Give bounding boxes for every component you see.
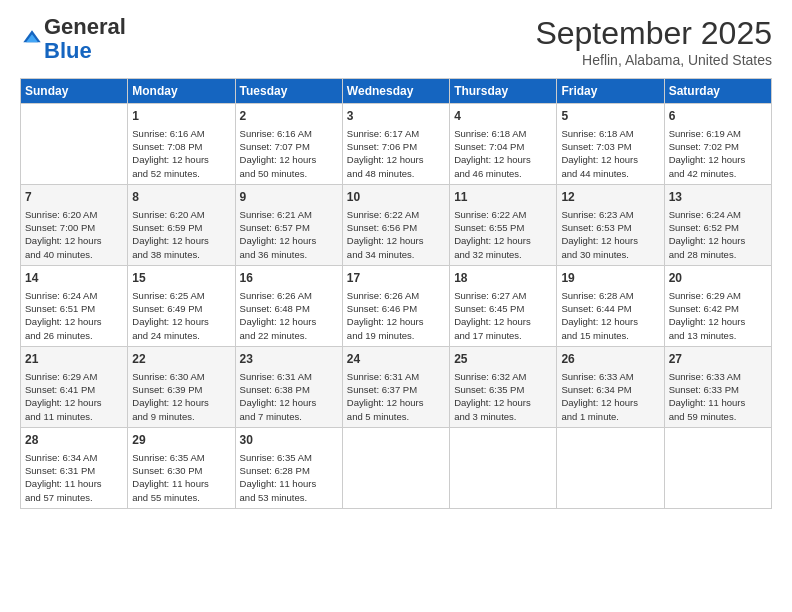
day-info-line: Sunset: 6:37 PM bbox=[347, 383, 445, 396]
calendar-cell: 14Sunrise: 6:24 AMSunset: 6:51 PMDayligh… bbox=[21, 265, 128, 346]
day-info-line: Sunrise: 6:21 AM bbox=[240, 208, 338, 221]
day-info-line: Daylight: 12 hours bbox=[240, 396, 338, 409]
calendar-cell: 17Sunrise: 6:26 AMSunset: 6:46 PMDayligh… bbox=[342, 265, 449, 346]
day-info-line: Sunset: 6:53 PM bbox=[561, 221, 659, 234]
day-info-line: Sunrise: 6:29 AM bbox=[669, 289, 767, 302]
calendar-table: SundayMondayTuesdayWednesdayThursdayFrid… bbox=[20, 78, 772, 509]
calendar-cell: 24Sunrise: 6:31 AMSunset: 6:37 PMDayligh… bbox=[342, 346, 449, 427]
calendar-cell: 30Sunrise: 6:35 AMSunset: 6:28 PMDayligh… bbox=[235, 427, 342, 508]
day-info-line: and 48 minutes. bbox=[347, 167, 445, 180]
calendar-cell: 5Sunrise: 6:18 AMSunset: 7:03 PMDaylight… bbox=[557, 104, 664, 185]
day-info-line: Sunrise: 6:18 AM bbox=[454, 127, 552, 140]
day-info-line: Daylight: 12 hours bbox=[454, 396, 552, 409]
calendar-week-row: 28Sunrise: 6:34 AMSunset: 6:31 PMDayligh… bbox=[21, 427, 772, 508]
day-number: 18 bbox=[454, 270, 552, 287]
day-info-line: Sunset: 6:30 PM bbox=[132, 464, 230, 477]
day-number: 24 bbox=[347, 351, 445, 368]
day-info-line: Daylight: 12 hours bbox=[240, 153, 338, 166]
day-info-line: Sunset: 6:34 PM bbox=[561, 383, 659, 396]
day-number: 29 bbox=[132, 432, 230, 449]
day-number: 5 bbox=[561, 108, 659, 125]
day-number: 6 bbox=[669, 108, 767, 125]
day-info-line: Sunrise: 6:17 AM bbox=[347, 127, 445, 140]
calendar-week-row: 7Sunrise: 6:20 AMSunset: 7:00 PMDaylight… bbox=[21, 184, 772, 265]
day-info-line: and 34 minutes. bbox=[347, 248, 445, 261]
day-info-line: and 46 minutes. bbox=[454, 167, 552, 180]
day-number: 15 bbox=[132, 270, 230, 287]
day-info-line: Daylight: 12 hours bbox=[454, 153, 552, 166]
day-info-line: Sunset: 6:39 PM bbox=[132, 383, 230, 396]
day-info-line: Daylight: 12 hours bbox=[240, 234, 338, 247]
calendar-week-row: 14Sunrise: 6:24 AMSunset: 6:51 PMDayligh… bbox=[21, 265, 772, 346]
day-info-line: Sunset: 6:35 PM bbox=[454, 383, 552, 396]
day-info-line: Daylight: 12 hours bbox=[132, 234, 230, 247]
day-info-line: and 28 minutes. bbox=[669, 248, 767, 261]
day-info-line: Sunset: 6:51 PM bbox=[25, 302, 123, 315]
day-info-line: Sunrise: 6:20 AM bbox=[25, 208, 123, 221]
day-info-line: Daylight: 12 hours bbox=[132, 153, 230, 166]
calendar-cell: 12Sunrise: 6:23 AMSunset: 6:53 PMDayligh… bbox=[557, 184, 664, 265]
logo-general: General bbox=[44, 14, 126, 39]
calendar-week-row: 21Sunrise: 6:29 AMSunset: 6:41 PMDayligh… bbox=[21, 346, 772, 427]
day-info-line: Sunrise: 6:16 AM bbox=[132, 127, 230, 140]
day-info-line: and 32 minutes. bbox=[454, 248, 552, 261]
day-info-line: Daylight: 12 hours bbox=[454, 234, 552, 247]
day-info-line: Daylight: 12 hours bbox=[240, 315, 338, 328]
day-info-line: Sunset: 6:28 PM bbox=[240, 464, 338, 477]
calendar-cell: 3Sunrise: 6:17 AMSunset: 7:06 PMDaylight… bbox=[342, 104, 449, 185]
calendar-cell: 9Sunrise: 6:21 AMSunset: 6:57 PMDaylight… bbox=[235, 184, 342, 265]
day-info-line: Sunset: 7:04 PM bbox=[454, 140, 552, 153]
day-info-line: Sunrise: 6:31 AM bbox=[240, 370, 338, 383]
day-info-line: Sunrise: 6:30 AM bbox=[132, 370, 230, 383]
calendar-page: General Blue September 2025 Heflin, Alab… bbox=[0, 0, 792, 612]
day-info-line: Daylight: 12 hours bbox=[561, 153, 659, 166]
day-info-line: and 13 minutes. bbox=[669, 329, 767, 342]
subtitle: Heflin, Alabama, United States bbox=[535, 52, 772, 68]
calendar-cell bbox=[664, 427, 771, 508]
day-number: 28 bbox=[25, 432, 123, 449]
calendar-cell: 28Sunrise: 6:34 AMSunset: 6:31 PMDayligh… bbox=[21, 427, 128, 508]
day-info-line: Daylight: 12 hours bbox=[347, 396, 445, 409]
day-info-line: Sunset: 7:02 PM bbox=[669, 140, 767, 153]
day-info-line: Daylight: 12 hours bbox=[347, 153, 445, 166]
day-info-line: and 3 minutes. bbox=[454, 410, 552, 423]
logo-icon bbox=[22, 29, 42, 49]
day-number: 10 bbox=[347, 189, 445, 206]
day-info-line: Daylight: 11 hours bbox=[132, 477, 230, 490]
day-info-line: and 59 minutes. bbox=[669, 410, 767, 423]
day-number: 4 bbox=[454, 108, 552, 125]
day-info-line: Daylight: 12 hours bbox=[561, 396, 659, 409]
day-info-line: Sunset: 6:57 PM bbox=[240, 221, 338, 234]
day-number: 21 bbox=[25, 351, 123, 368]
calendar-cell: 26Sunrise: 6:33 AMSunset: 6:34 PMDayligh… bbox=[557, 346, 664, 427]
day-info-line: Sunrise: 6:22 AM bbox=[347, 208, 445, 221]
day-number: 2 bbox=[240, 108, 338, 125]
day-info-line: Daylight: 12 hours bbox=[454, 315, 552, 328]
day-info-line: Sunset: 7:03 PM bbox=[561, 140, 659, 153]
day-info-line: Sunset: 7:00 PM bbox=[25, 221, 123, 234]
calendar-cell bbox=[21, 104, 128, 185]
day-info-line: Sunset: 6:31 PM bbox=[25, 464, 123, 477]
calendar-cell: 6Sunrise: 6:19 AMSunset: 7:02 PMDaylight… bbox=[664, 104, 771, 185]
day-info-line: Sunset: 7:07 PM bbox=[240, 140, 338, 153]
day-info-line: Daylight: 11 hours bbox=[25, 477, 123, 490]
day-number: 12 bbox=[561, 189, 659, 206]
calendar-cell: 23Sunrise: 6:31 AMSunset: 6:38 PMDayligh… bbox=[235, 346, 342, 427]
day-info-line: and 44 minutes. bbox=[561, 167, 659, 180]
calendar-cell: 19Sunrise: 6:28 AMSunset: 6:44 PMDayligh… bbox=[557, 265, 664, 346]
weekday-header: Friday bbox=[557, 79, 664, 104]
day-info-line: Sunrise: 6:23 AM bbox=[561, 208, 659, 221]
day-info-line: Sunset: 6:49 PM bbox=[132, 302, 230, 315]
day-info-line: and 30 minutes. bbox=[561, 248, 659, 261]
day-info-line: and 53 minutes. bbox=[240, 491, 338, 504]
header: General Blue September 2025 Heflin, Alab… bbox=[20, 15, 772, 68]
calendar-cell: 10Sunrise: 6:22 AMSunset: 6:56 PMDayligh… bbox=[342, 184, 449, 265]
day-info-line: Sunrise: 6:22 AM bbox=[454, 208, 552, 221]
day-info-line: Sunrise: 6:33 AM bbox=[669, 370, 767, 383]
day-info-line: and 15 minutes. bbox=[561, 329, 659, 342]
day-info-line: Sunrise: 6:26 AM bbox=[240, 289, 338, 302]
calendar-cell: 13Sunrise: 6:24 AMSunset: 6:52 PMDayligh… bbox=[664, 184, 771, 265]
day-info-line: and 40 minutes. bbox=[25, 248, 123, 261]
day-info-line: and 1 minute. bbox=[561, 410, 659, 423]
day-info-line: Sunset: 6:56 PM bbox=[347, 221, 445, 234]
